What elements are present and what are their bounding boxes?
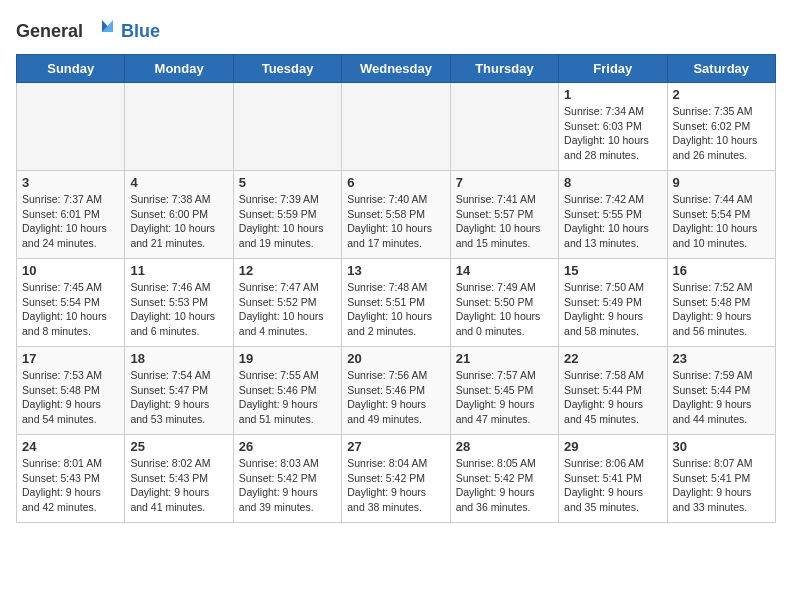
weekday-header-friday: Friday — [559, 55, 667, 83]
weekday-header-wednesday: Wednesday — [342, 55, 450, 83]
day-info: Sunrise: 7:52 AM Sunset: 5:48 PM Dayligh… — [673, 280, 770, 339]
day-number: 4 — [130, 175, 227, 190]
calendar-cell: 11Sunrise: 7:46 AM Sunset: 5:53 PM Dayli… — [125, 259, 233, 347]
day-info: Sunrise: 8:04 AM Sunset: 5:42 PM Dayligh… — [347, 456, 444, 515]
logo-text: General — [16, 21, 83, 42]
calendar-cell: 10Sunrise: 7:45 AM Sunset: 5:54 PM Dayli… — [17, 259, 125, 347]
day-info: Sunrise: 7:38 AM Sunset: 6:00 PM Dayligh… — [130, 192, 227, 251]
weekday-header-thursday: Thursday — [450, 55, 558, 83]
calendar-cell: 1Sunrise: 7:34 AM Sunset: 6:03 PM Daylig… — [559, 83, 667, 171]
calendar-cell — [17, 83, 125, 171]
week-row-1: 1Sunrise: 7:34 AM Sunset: 6:03 PM Daylig… — [17, 83, 776, 171]
day-number: 28 — [456, 439, 553, 454]
day-info: Sunrise: 7:54 AM Sunset: 5:47 PM Dayligh… — [130, 368, 227, 427]
calendar-cell: 2Sunrise: 7:35 AM Sunset: 6:02 PM Daylig… — [667, 83, 775, 171]
calendar-cell: 27Sunrise: 8:04 AM Sunset: 5:42 PM Dayli… — [342, 435, 450, 523]
day-number: 30 — [673, 439, 770, 454]
day-number: 13 — [347, 263, 444, 278]
day-info: Sunrise: 7:42 AM Sunset: 5:55 PM Dayligh… — [564, 192, 661, 251]
calendar-cell: 26Sunrise: 8:03 AM Sunset: 5:42 PM Dayli… — [233, 435, 341, 523]
day-info: Sunrise: 7:55 AM Sunset: 5:46 PM Dayligh… — [239, 368, 336, 427]
day-number: 26 — [239, 439, 336, 454]
day-number: 7 — [456, 175, 553, 190]
day-number: 10 — [22, 263, 119, 278]
day-info: Sunrise: 7:41 AM Sunset: 5:57 PM Dayligh… — [456, 192, 553, 251]
day-info: Sunrise: 7:56 AM Sunset: 5:46 PM Dayligh… — [347, 368, 444, 427]
day-info: Sunrise: 7:44 AM Sunset: 5:54 PM Dayligh… — [673, 192, 770, 251]
day-info: Sunrise: 7:59 AM Sunset: 5:44 PM Dayligh… — [673, 368, 770, 427]
calendar-cell: 3Sunrise: 7:37 AM Sunset: 6:01 PM Daylig… — [17, 171, 125, 259]
day-info: Sunrise: 8:03 AM Sunset: 5:42 PM Dayligh… — [239, 456, 336, 515]
calendar-cell: 8Sunrise: 7:42 AM Sunset: 5:55 PM Daylig… — [559, 171, 667, 259]
day-info: Sunrise: 8:05 AM Sunset: 5:42 PM Dayligh… — [456, 456, 553, 515]
calendar-cell: 23Sunrise: 7:59 AM Sunset: 5:44 PM Dayli… — [667, 347, 775, 435]
calendar-cell: 28Sunrise: 8:05 AM Sunset: 5:42 PM Dayli… — [450, 435, 558, 523]
logo-bird-icon — [87, 16, 117, 46]
day-info: Sunrise: 7:39 AM Sunset: 5:59 PM Dayligh… — [239, 192, 336, 251]
day-info: Sunrise: 8:06 AM Sunset: 5:41 PM Dayligh… — [564, 456, 661, 515]
weekday-header-tuesday: Tuesday — [233, 55, 341, 83]
logo-blue-text: Blue — [121, 21, 160, 42]
weekday-header-monday: Monday — [125, 55, 233, 83]
day-info: Sunrise: 7:58 AM Sunset: 5:44 PM Dayligh… — [564, 368, 661, 427]
day-number: 18 — [130, 351, 227, 366]
weekday-header-row: SundayMondayTuesdayWednesdayThursdayFrid… — [17, 55, 776, 83]
day-info: Sunrise: 8:01 AM Sunset: 5:43 PM Dayligh… — [22, 456, 119, 515]
calendar-cell: 6Sunrise: 7:40 AM Sunset: 5:58 PM Daylig… — [342, 171, 450, 259]
calendar-cell: 20Sunrise: 7:56 AM Sunset: 5:46 PM Dayli… — [342, 347, 450, 435]
day-info: Sunrise: 8:07 AM Sunset: 5:41 PM Dayligh… — [673, 456, 770, 515]
calendar-cell: 16Sunrise: 7:52 AM Sunset: 5:48 PM Dayli… — [667, 259, 775, 347]
calendar-cell: 7Sunrise: 7:41 AM Sunset: 5:57 PM Daylig… — [450, 171, 558, 259]
day-number: 27 — [347, 439, 444, 454]
calendar-cell: 14Sunrise: 7:49 AM Sunset: 5:50 PM Dayli… — [450, 259, 558, 347]
day-info: Sunrise: 7:49 AM Sunset: 5:50 PM Dayligh… — [456, 280, 553, 339]
day-number: 17 — [22, 351, 119, 366]
day-number: 19 — [239, 351, 336, 366]
calendar-cell — [450, 83, 558, 171]
header-area: General Blue — [16, 16, 776, 46]
day-number: 21 — [456, 351, 553, 366]
day-number: 8 — [564, 175, 661, 190]
calendar-cell: 25Sunrise: 8:02 AM Sunset: 5:43 PM Dayli… — [125, 435, 233, 523]
day-info: Sunrise: 8:02 AM Sunset: 5:43 PM Dayligh… — [130, 456, 227, 515]
weekday-header-sunday: Sunday — [17, 55, 125, 83]
day-number: 15 — [564, 263, 661, 278]
calendar-cell: 22Sunrise: 7:58 AM Sunset: 5:44 PM Dayli… — [559, 347, 667, 435]
day-info: Sunrise: 7:37 AM Sunset: 6:01 PM Dayligh… — [22, 192, 119, 251]
day-number: 11 — [130, 263, 227, 278]
calendar: SundayMondayTuesdayWednesdayThursdayFrid… — [16, 54, 776, 523]
calendar-cell: 24Sunrise: 8:01 AM Sunset: 5:43 PM Dayli… — [17, 435, 125, 523]
calendar-cell — [233, 83, 341, 171]
calendar-cell: 15Sunrise: 7:50 AM Sunset: 5:49 PM Dayli… — [559, 259, 667, 347]
day-number: 2 — [673, 87, 770, 102]
day-info: Sunrise: 7:46 AM Sunset: 5:53 PM Dayligh… — [130, 280, 227, 339]
calendar-cell: 13Sunrise: 7:48 AM Sunset: 5:51 PM Dayli… — [342, 259, 450, 347]
day-info: Sunrise: 7:57 AM Sunset: 5:45 PM Dayligh… — [456, 368, 553, 427]
day-info: Sunrise: 7:53 AM Sunset: 5:48 PM Dayligh… — [22, 368, 119, 427]
day-number: 5 — [239, 175, 336, 190]
day-number: 1 — [564, 87, 661, 102]
week-row-4: 17Sunrise: 7:53 AM Sunset: 5:48 PM Dayli… — [17, 347, 776, 435]
day-info: Sunrise: 7:50 AM Sunset: 5:49 PM Dayligh… — [564, 280, 661, 339]
week-row-5: 24Sunrise: 8:01 AM Sunset: 5:43 PM Dayli… — [17, 435, 776, 523]
calendar-cell: 18Sunrise: 7:54 AM Sunset: 5:47 PM Dayli… — [125, 347, 233, 435]
calendar-cell: 9Sunrise: 7:44 AM Sunset: 5:54 PM Daylig… — [667, 171, 775, 259]
day-number: 14 — [456, 263, 553, 278]
day-info: Sunrise: 7:47 AM Sunset: 5:52 PM Dayligh… — [239, 280, 336, 339]
day-info: Sunrise: 7:40 AM Sunset: 5:58 PM Dayligh… — [347, 192, 444, 251]
day-info: Sunrise: 7:35 AM Sunset: 6:02 PM Dayligh… — [673, 104, 770, 163]
weekday-header-saturday: Saturday — [667, 55, 775, 83]
week-row-2: 3Sunrise: 7:37 AM Sunset: 6:01 PM Daylig… — [17, 171, 776, 259]
day-number: 29 — [564, 439, 661, 454]
calendar-cell: 21Sunrise: 7:57 AM Sunset: 5:45 PM Dayli… — [450, 347, 558, 435]
logo: General Blue — [16, 16, 160, 46]
calendar-cell: 12Sunrise: 7:47 AM Sunset: 5:52 PM Dayli… — [233, 259, 341, 347]
calendar-cell: 30Sunrise: 8:07 AM Sunset: 5:41 PM Dayli… — [667, 435, 775, 523]
calendar-cell: 17Sunrise: 7:53 AM Sunset: 5:48 PM Dayli… — [17, 347, 125, 435]
day-number: 9 — [673, 175, 770, 190]
calendar-cell: 5Sunrise: 7:39 AM Sunset: 5:59 PM Daylig… — [233, 171, 341, 259]
day-info: Sunrise: 7:48 AM Sunset: 5:51 PM Dayligh… — [347, 280, 444, 339]
calendar-cell — [125, 83, 233, 171]
day-info: Sunrise: 7:34 AM Sunset: 6:03 PM Dayligh… — [564, 104, 661, 163]
calendar-cell — [342, 83, 450, 171]
